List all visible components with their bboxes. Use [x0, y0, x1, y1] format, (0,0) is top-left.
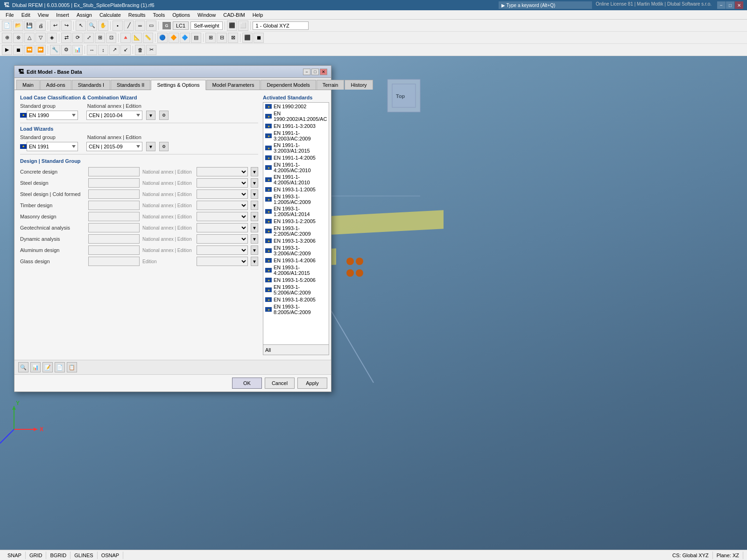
- standard-item-13[interactable]: ★ EN 1993-1-3:2006: [263, 237, 329, 245]
- tb2-btn7[interactable]: ⟳: [72, 33, 83, 43]
- dynamic-arrow-btn[interactable]: ▼: [251, 234, 258, 244]
- bgrid-item[interactable]: BGRID: [46, 552, 70, 559]
- timber-design-select[interactable]: [88, 201, 140, 210]
- menu-calculate[interactable]: Calculate: [96, 11, 125, 19]
- settings-button-1[interactable]: ⚙: [159, 111, 169, 120]
- tb2-btn18[interactable]: ⊞: [205, 33, 216, 43]
- load-case-name[interactable]: Self-weight: [190, 21, 222, 30]
- steel-arrow-btn[interactable]: ▼: [251, 178, 258, 188]
- filter-button-2[interactable]: ▼: [146, 142, 155, 151]
- apply-button[interactable]: Apply: [297, 378, 327, 389]
- glass-design-select[interactable]: [88, 257, 140, 266]
- glines-item[interactable]: GLINES: [70, 552, 97, 559]
- line-btn[interactable]: ╱: [124, 21, 134, 31]
- glass-arrow-btn[interactable]: ▼: [251, 257, 258, 266]
- settings-button-2[interactable]: ⚙: [159, 142, 169, 151]
- tab-standards-1[interactable]: Standards I: [72, 80, 110, 90]
- masonry-annex-select[interactable]: [197, 212, 248, 221]
- minimize-button[interactable]: −: [717, 1, 726, 9]
- member-btn[interactable]: ═: [135, 21, 145, 31]
- coord-selector[interactable]: 1 - Global XYZ: [253, 21, 309, 30]
- aluminum-annex-select[interactable]: [197, 245, 248, 255]
- tool-export-btn[interactable]: 📊: [30, 362, 41, 372]
- standard-item-12[interactable]: ★ EN 1993-1-2:2005/AC:2009: [263, 225, 329, 237]
- tb3-btn12[interactable]: 🗑: [135, 45, 145, 55]
- search-bar[interactable]: ▶ Type a keyword (Alt+Q): [499, 1, 592, 9]
- tb2-btn17[interactable]: ▤: [191, 33, 201, 43]
- pan-btn[interactable]: ✋: [98, 21, 108, 31]
- standard-item-10[interactable]: ★ EN 1993-1-1:2005/A1:2014: [263, 205, 329, 217]
- tb2-btn5[interactable]: ◈: [47, 33, 57, 43]
- geotechnical-annex-select[interactable]: [197, 223, 248, 232]
- tab-main[interactable]: Main: [16, 80, 40, 90]
- tb3-btn11[interactable]: ↙: [120, 45, 131, 55]
- standard-item-7[interactable]: ★ EN 1991-1-4:2005/A1:2010: [263, 174, 329, 186]
- standard-item-17[interactable]: ★ EN 1993-1-5:2006: [263, 276, 329, 284]
- edition-select-1[interactable]: CEN | 2010-04: [86, 111, 142, 120]
- steel-cold-design-select[interactable]: [88, 189, 140, 199]
- menu-assign[interactable]: Assign: [73, 11, 96, 19]
- standard-item-1[interactable]: ★ EN 1990:2002/A1:2005/AC: [263, 110, 329, 122]
- standard-item-9[interactable]: ★ EN 1993-1-1:2005/AC:2009: [263, 193, 329, 205]
- close-button[interactable]: ✕: [735, 1, 743, 9]
- tool-pdf-btn[interactable]: 📄: [55, 362, 65, 372]
- menu-insert[interactable]: Insert: [52, 11, 73, 19]
- tb3-btn10[interactable]: ↗: [109, 45, 120, 55]
- tb3-btn9[interactable]: ↕: [98, 45, 108, 55]
- tab-history[interactable]: History: [345, 80, 373, 90]
- tab-settings-options[interactable]: Settings & Options: [151, 80, 205, 90]
- cancel-button[interactable]: Cancel: [265, 378, 295, 389]
- undo-btn[interactable]: ↩: [50, 21, 60, 31]
- tb2-btn19[interactable]: ⊟: [217, 33, 227, 43]
- tb3-btn3[interactable]: ⏪: [24, 45, 35, 55]
- standard-item-11[interactable]: ★ EN 1993-1-2:2005: [263, 217, 329, 225]
- menu-view[interactable]: View: [34, 11, 53, 19]
- concrete-arrow-btn[interactable]: ▼: [251, 167, 258, 176]
- tb3-btn1[interactable]: ▶: [2, 45, 12, 55]
- dialog-minimize-button[interactable]: −: [303, 69, 310, 75]
- tb2-btn10[interactable]: ⊡: [106, 33, 116, 43]
- menu-window[interactable]: Window: [194, 11, 219, 19]
- standard-item-16[interactable]: ★ EN 1993-1-4:2006/A1:2015: [263, 264, 329, 276]
- tb3-btn4[interactable]: ⏩: [35, 45, 46, 55]
- tb3-btn13[interactable]: ✂: [146, 45, 156, 55]
- redo-btn[interactable]: ↪: [61, 21, 71, 31]
- standard-group-select-1[interactable]: EN 1990: [27, 111, 78, 120]
- wire-btn[interactable]: ⬜: [238, 21, 248, 31]
- tool-word-btn[interactable]: 📝: [42, 362, 53, 372]
- zoom-btn[interactable]: 🔍: [87, 21, 97, 31]
- save-btn[interactable]: 💾: [24, 21, 35, 31]
- node-btn[interactable]: •: [113, 21, 123, 31]
- tab-standards-2[interactable]: Standards II: [111, 80, 150, 90]
- tb2-btn21[interactable]: ⬛: [242, 33, 253, 43]
- standard-group-select-2[interactable]: EN 1991: [27, 142, 78, 151]
- steel-cold-annex-select[interactable]: [197, 189, 248, 199]
- concrete-design-select[interactable]: [88, 167, 140, 176]
- tb2-btn4[interactable]: ▽: [35, 33, 46, 43]
- tool-copy-btn[interactable]: 📋: [67, 362, 77, 372]
- render-btn[interactable]: ⬛: [227, 21, 237, 31]
- standards-filter-select[interactable]: All Active Inactive: [263, 345, 329, 355]
- standard-item-14[interactable]: ★ EN 1993-1-3:2006/AC:2009: [263, 245, 329, 257]
- standard-item-18[interactable]: ★ EN 1993-1-5:2006/AC:2009: [263, 284, 329, 296]
- tool-search-btn[interactable]: 🔍: [18, 362, 28, 372]
- tb3-btn5[interactable]: 🔧: [50, 45, 60, 55]
- menu-file[interactable]: File: [2, 11, 18, 19]
- tb2-btn14[interactable]: 🔵: [157, 33, 168, 43]
- standard-item-20[interactable]: ★ EN 1993-1-8:2005/AC:2009: [263, 303, 329, 315]
- standard-item-8[interactable]: ★ EN 1993-1-1:2005: [263, 186, 329, 193]
- tb2-btn22[interactable]: ◼: [254, 33, 264, 43]
- menu-cad-bim[interactable]: CAD-BIM: [219, 11, 248, 19]
- tb3-btn8[interactable]: ↔: [87, 45, 97, 55]
- select-btn[interactable]: ↖: [76, 21, 86, 31]
- masonry-arrow-btn[interactable]: ▼: [251, 212, 258, 221]
- tb2-btn3[interactable]: △: [24, 33, 35, 43]
- menu-help[interactable]: Help: [249, 11, 267, 19]
- tab-terrain[interactable]: Terrain: [317, 80, 345, 90]
- menu-options[interactable]: Options: [169, 11, 194, 19]
- tb2-btn9[interactable]: ⊞: [95, 33, 105, 43]
- standard-item-4[interactable]: ★ EN 1991-1-3:2003/A1:2015: [263, 142, 329, 154]
- ok-button[interactable]: OK: [232, 378, 262, 389]
- standard-item-2[interactable]: ★ EN 1991-1-3:2003: [263, 122, 329, 130]
- grid-item[interactable]: GRID: [26, 552, 47, 559]
